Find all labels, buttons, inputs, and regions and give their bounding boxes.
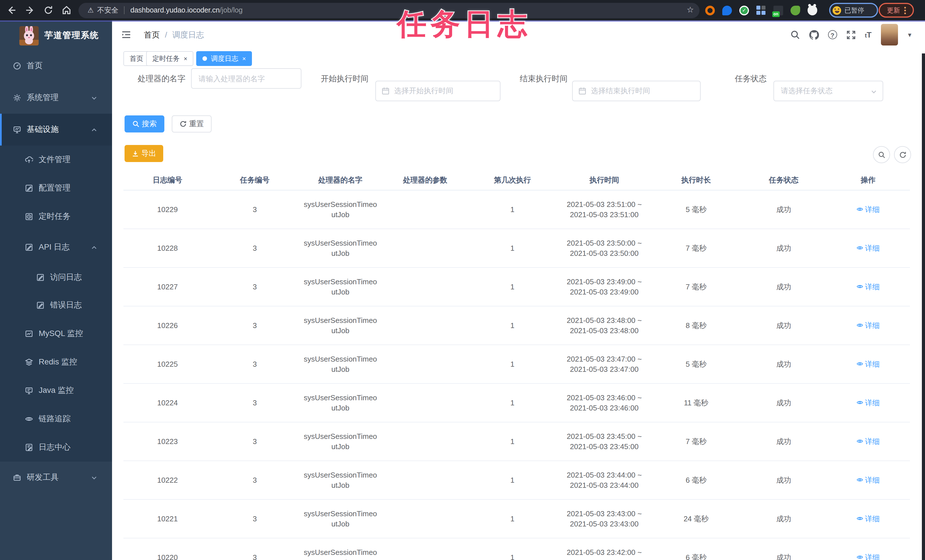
cell-task-id: 3 <box>212 437 298 447</box>
extension-on-badge-icon[interactable]: on <box>773 5 783 15</box>
detail-link[interactable]: 详细 <box>826 514 910 524</box>
reset-button[interactable]: 重置 <box>172 115 212 132</box>
handler-name-input[interactable] <box>191 68 301 89</box>
bookmark-star-icon[interactable]: ☆ <box>687 5 694 14</box>
font-size-icon[interactable]: tT <box>865 30 872 39</box>
page-scrollbar[interactable] <box>922 53 925 560</box>
export-button[interactable]: 导出 <box>125 145 163 162</box>
sidebar-item-label: 基础设施 <box>27 125 59 135</box>
table-row: 102233sysUserSessionTimeoutJob12021-05-0… <box>124 422 910 461</box>
cell-handler-name: sysUserSessionTimeoutJob <box>298 199 383 220</box>
end-time-date-input[interactable]: 选择结束执行时间 <box>572 81 701 101</box>
extension-green-check-icon[interactable]: ✓ <box>739 5 749 15</box>
filter-status-label: 任务状态 <box>698 68 767 89</box>
app-logo-row[interactable]: 芋道管理系统 <box>0 21 112 52</box>
tab-timed-task[interactable]: 定时任务× <box>146 51 194 66</box>
cell-execute-count: 1 <box>467 282 557 292</box>
refresh-table-button[interactable] <box>894 146 911 163</box>
back-icon[interactable] <box>6 5 17 15</box>
sidebar-item-配置管理[interactable]: 配置管理 <box>0 174 112 202</box>
forward-icon[interactable] <box>25 5 35 15</box>
extension-paw-icon[interactable] <box>807 5 817 15</box>
filter-end-time-label: 结束执行时间 <box>499 68 568 89</box>
sidebar-item-定时任务[interactable]: 定时任务 <box>0 202 112 231</box>
cell-status: 成功 <box>741 321 826 331</box>
avatar-caret-down-icon[interactable]: ▼ <box>907 32 913 38</box>
cell-handler-name: sysUserSessionTimeoutJob <box>298 470 383 490</box>
home-icon[interactable] <box>62 5 72 15</box>
chevron-down-icon <box>871 88 877 94</box>
cell-task-id: 3 <box>212 282 298 292</box>
main-area: 首页 / 调度日志 ? tT ▼ 首页 <box>112 21 925 560</box>
extension-blue-drop-icon[interactable] <box>722 5 732 15</box>
header-search-icon[interactable] <box>790 30 800 39</box>
security-warning-icon[interactable]: ⚠ <box>87 6 94 14</box>
sidebar-item-label: 错误日志 <box>50 300 82 310</box>
sidebar-item-MySQL-监控[interactable]: MySQL 监控 <box>0 319 112 348</box>
toggle-search-button[interactable] <box>873 146 890 163</box>
detail-link[interactable]: 详细 <box>826 243 910 253</box>
browser-menu-icon[interactable] <box>904 6 905 14</box>
cell-duration: 5 毫秒 <box>651 205 741 215</box>
sidebar-item-label: 研发工具 <box>27 473 59 483</box>
sidebar-item-研发工具[interactable]: 研发工具 <box>0 462 112 494</box>
table-header-row: 日志编号 任务编号 处理器的名字 处理器的参数 第几次执行 执行时间 执行时长 … <box>124 170 910 190</box>
detail-link[interactable]: 详细 <box>826 437 910 447</box>
tab-close-icon[interactable]: × <box>242 56 246 62</box>
fullscreen-icon[interactable] <box>846 30 856 39</box>
breadcrumb-home[interactable]: 首页 <box>144 30 160 41</box>
tab-schedule-log[interactable]: 调度日志× <box>196 51 252 66</box>
sidebar-item-访问日志[interactable]: 访问日志 <box>0 263 112 292</box>
task-status-select[interactable]: 请选择任务状态 <box>773 81 883 101</box>
detail-link[interactable]: 详细 <box>826 475 910 485</box>
github-icon[interactable] <box>809 30 819 39</box>
cell-handler-name: sysUserSessionTimeoutJob <box>298 431 383 452</box>
edit-icon <box>25 184 33 192</box>
tags-view-bar: 首页 定时任务× 调度日志× <box>112 49 925 69</box>
cell-status: 成功 <box>741 282 826 292</box>
collapse-sidebar-icon[interactable] <box>121 30 131 40</box>
column-header: 处理器的名字 <box>298 175 383 185</box>
sidebar-item-系统管理[interactable]: 系统管理 <box>0 82 112 114</box>
sidebar-item-Java-监控[interactable]: Java 监控 <box>0 376 112 405</box>
cell-status: 成功 <box>741 243 826 253</box>
sidebar-item-链路追踪[interactable]: 链路追踪 <box>0 405 112 433</box>
sidebar-item-Redis-监控[interactable]: Redis 监控 <box>0 348 112 376</box>
sidebar-item-文件管理[interactable]: 文件管理 <box>0 146 112 174</box>
sidebar-item-label: API 日志 <box>39 242 70 253</box>
search-button[interactable]: 搜索 <box>125 115 164 132</box>
sidebar-item-首页[interactable]: 首页 <box>0 50 112 82</box>
briefcase-icon <box>13 474 21 482</box>
dashboard-icon <box>13 62 21 70</box>
detail-link[interactable]: 详细 <box>826 282 910 292</box>
start-time-date-input[interactable]: 选择开始执行时间 <box>375 81 500 101</box>
detail-link[interactable]: 详细 <box>826 552 910 560</box>
profile-paused-chip[interactable]: 已暂停 <box>829 3 878 18</box>
extension-orange-icon[interactable] <box>705 5 715 15</box>
sidebar-item-基础设施[interactable]: 基础设施 <box>0 114 112 146</box>
detail-link[interactable]: 详细 <box>826 205 910 215</box>
reload-icon[interactable] <box>43 5 53 15</box>
address-bar[interactable]: ⚠ 不安全 dashboard.yudao.iocoder.cn/job/log… <box>78 3 699 18</box>
cell-execute-count: 1 <box>467 514 557 524</box>
active-tab-dot <box>202 56 207 61</box>
chart-icon <box>25 330 33 338</box>
tab-home[interactable]: 首页 <box>124 51 149 66</box>
cell-duration: 7 毫秒 <box>651 282 741 292</box>
extension-grid-icon[interactable] <box>756 5 766 15</box>
sidebar-item-API-日志[interactable]: API 日志 <box>0 233 112 262</box>
sidebar-item-错误日志[interactable]: 错误日志 <box>0 291 112 319</box>
tab-close-icon[interactable]: × <box>184 56 187 62</box>
edit-icon <box>36 301 44 309</box>
sidebar-item-日志中心[interactable]: 日志中心 <box>0 433 112 462</box>
user-avatar[interactable] <box>881 24 898 45</box>
detail-link[interactable]: 详细 <box>826 359 910 369</box>
help-icon[interactable]: ? <box>828 30 837 39</box>
detail-link[interactable]: 详细 <box>826 321 910 331</box>
detail-link[interactable]: 详细 <box>826 398 910 408</box>
extension-green-leaf-icon[interactable] <box>791 5 800 15</box>
cell-status: 成功 <box>741 359 826 369</box>
cell-execute-count: 1 <box>467 398 557 408</box>
browser-update-button[interactable]: 更新 <box>879 3 914 18</box>
breadcrumb-separator: / <box>165 30 167 41</box>
